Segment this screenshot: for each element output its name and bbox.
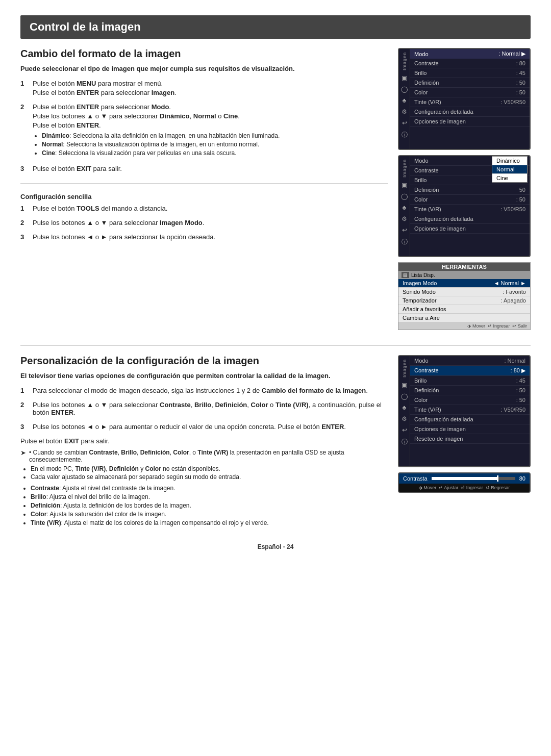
herram-label: Sonido Modo [403, 289, 436, 295]
tv-sidebar-1: Imagen ▣ ◯ ♣ ⚙ ↩ ⓘ [399, 49, 410, 149]
dropdown-item-dinamico: Dinámico [492, 157, 527, 165]
icon-gear: ⚙ [402, 215, 407, 222]
step-line: Pulse los botones ◄ o ► para seleccionar… [33, 233, 388, 241]
def-item: Contraste: Ajusta el nivel del contraste… [31, 485, 388, 492]
icon-back: ↩ [402, 426, 407, 434]
dropdown-item-normal: Normal [492, 165, 527, 174]
bullet-item: Dinámico: Selecciona la alta definición … [42, 132, 388, 139]
exit-text: Pulse el botón EXIT para salir. [20, 437, 388, 445]
tv-row: Brillo: 45 [410, 68, 530, 78]
tv-sidebar-label: Imagen [402, 159, 407, 178]
contrast-label: Contrasta [403, 475, 428, 482]
step-line: Pulse el botón EXIT para salir. [33, 165, 388, 172]
herram-nav: ⬗ Mover ↵ Ingresar ↩ Salir [398, 322, 530, 330]
lista-icon: ▤ [402, 272, 409, 278]
tv-main-1: Modo : Normal ▶ Contraste: 80 Brillo: 45… [410, 49, 530, 149]
section1-heading: Cambio del formato de la imagen [20, 48, 388, 60]
herram-label: Cambiar a Aire [403, 315, 440, 321]
tv-row: Configuración detallada [410, 415, 530, 424]
tv-main-2: Modo Contraste Brillo Definición50 Color… [410, 156, 530, 256]
divider [20, 183, 388, 184]
herram-row-temporizador: Temporizador : Apagado [398, 296, 530, 305]
step-content: Pulse el botón TOOLS del mando a distanc… [33, 205, 388, 214]
step-1-1: 1 Pulse el botón MENU para mostrar el me… [20, 80, 388, 98]
step-number: 1 [20, 80, 28, 87]
nota-list: En el modo PC, Tinte (V/R), Definición y… [31, 465, 388, 481]
step-number: 1 [20, 387, 28, 394]
step-content: Para seleccionar el modo de imagen desea… [33, 387, 388, 396]
tv-menu-3: Imagen ▣ ◯ ♣ ⚙ ↩ ⓘ Modo: Normal Contrast… [398, 355, 531, 467]
tv-row: Definición50 [410, 185, 530, 195]
screenshots-col: Imagen ▣ ◯ ♣ ⚙ ↩ ⓘ Modo : Normal ▶ Contr… [398, 48, 531, 330]
step-number: 1 [20, 205, 28, 212]
nota-content: • Cuando se cambian Contraste, Brillo, D… [29, 449, 388, 463]
step-line: Pulse los botones ▲ o ▼ para seleccionar… [33, 401, 388, 416]
tv-sidebar-3: Imagen ▣ ◯ ♣ ⚙ ↩ ⓘ [399, 356, 410, 466]
config-step-3: 3 Pulse los botones ◄ o ► para seleccion… [20, 233, 388, 242]
tv-row: Brillo: 45 [410, 376, 530, 386]
tv-row: Tinte (V/R): V50/R50 [410, 405, 530, 415]
page-title: Control de la imagen [20, 15, 531, 39]
icon-circle: ◯ [401, 193, 408, 200]
dropdown-item-cine: Cine [492, 174, 527, 182]
herram-value: : Favorito [503, 289, 526, 295]
tv-menu-header-1: Modo : Normal ▶ [410, 49, 530, 59]
step-line: Pulse el botón MENU para mostrar el menú… [33, 80, 388, 87]
bullet-item: Cine: Selecciona la visualización para v… [42, 149, 388, 157]
tv-row: Reseteo de imagen [410, 434, 530, 444]
step-2-1: 1 Para seleccionar el modo de imagen des… [20, 387, 388, 396]
section2-heading: Personalización de la configuración de l… [20, 355, 388, 367]
step-line: Pulse el botón ENTER. [33, 121, 388, 129]
def-item: Brillo: Ajusta el nivel del brillo de la… [31, 493, 388, 500]
herram-value: ◄ Normal ► [494, 280, 526, 286]
tv-menu-1: Imagen ▣ ◯ ♣ ⚙ ↩ ⓘ Modo : Normal ▶ Contr… [398, 48, 531, 150]
nota-box: ➤ • Cuando se cambian Contraste, Brillo,… [20, 449, 388, 463]
icon-leaf: ♣ [403, 404, 407, 411]
menu-value-normal: : Normal ▶ [498, 51, 525, 57]
herram-row-favoritos: Añadir a favoritos [398, 305, 530, 314]
icon-camera: ▣ [402, 74, 407, 82]
tv-main-3: Modo: Normal Contraste: 80 ▶ Brillo: 45 … [410, 356, 530, 466]
contrast-slider-row: Contrasta 80 [399, 473, 530, 484]
def-item: Color: Ajusta la saturación del color de… [31, 511, 388, 518]
tv-row: Color: 50 [410, 395, 530, 405]
contrast-value: 80 [519, 475, 525, 482]
icon-info: ⓘ [402, 238, 408, 246]
slider-bar [432, 477, 515, 480]
icon-camera: ▣ [402, 182, 407, 189]
config-step-1: 1 Pulse el botón TOOLS del mando a dista… [20, 205, 388, 214]
step-line: Pulse los botones ◄ o ► para aumentar o … [33, 423, 388, 431]
icon-circle: ◯ [401, 393, 408, 400]
nota-text: • Cuando se cambian Contraste, Brillo, D… [29, 449, 388, 463]
tv-sidebar-label: Imagen [402, 359, 407, 377]
step-number: 3 [20, 233, 28, 241]
herram-label: Imagen Modo [403, 280, 437, 286]
tv-row: Tinte (V/R): V50/R50 [410, 205, 530, 214]
nota-arrow-icon: ➤ [20, 449, 26, 457]
config-step-2: 2 Pulse los botones ▲ o ▼ para seleccion… [20, 219, 388, 228]
definitions-list: Contraste: Ajusta el nivel del contraste… [31, 485, 388, 526]
tv-contrast-slider: Contrasta 80 ⬗ Mover ↵ Ajustar ⏎ Ingresa… [398, 472, 531, 493]
tv-row: Definición: 50 [410, 78, 530, 88]
step-number: 2 [20, 103, 28, 111]
step-line: Pulse los botones ▲ o ▼ para seleccionar… [33, 112, 388, 120]
slider-fill [432, 477, 498, 480]
icon-info: ⓘ [402, 131, 408, 139]
tv-row: Opciones de imagen [410, 224, 530, 234]
icon-gear: ⚙ [402, 415, 407, 422]
section1-intro: Puede seleccionar el tipo de imagen que … [20, 65, 388, 72]
mode-dropdown: Dinámico Normal Cine [492, 156, 528, 183]
tv-row-contraste: Contraste: 80 ▶ [410, 366, 530, 376]
icon-gear: ⚙ [402, 108, 407, 115]
contrast-nav: ⬗ Mover ↵ Ajustar ⏎ Ingresar ↺ Regresar [399, 484, 530, 492]
nota-item: En el modo PC, Tinte (V/R), Definición y… [31, 465, 388, 472]
step-line: Pulse el botón ENTER para seleccionar Im… [33, 89, 388, 96]
page-footer: Español - 24 [20, 543, 531, 550]
tv-row: Opciones de imagen [410, 117, 530, 127]
lista-disp-row: ▤ Lista Disp. [398, 271, 530, 279]
icon-back: ↩ [402, 226, 407, 234]
herram-label: Temporizador [403, 297, 437, 304]
tv-row: Tinte (V/R): V50/R50 [410, 97, 530, 107]
step-line: Pulse el botón ENTER para seleccionar Mo… [33, 103, 388, 111]
icon-info: ⓘ [402, 438, 408, 446]
